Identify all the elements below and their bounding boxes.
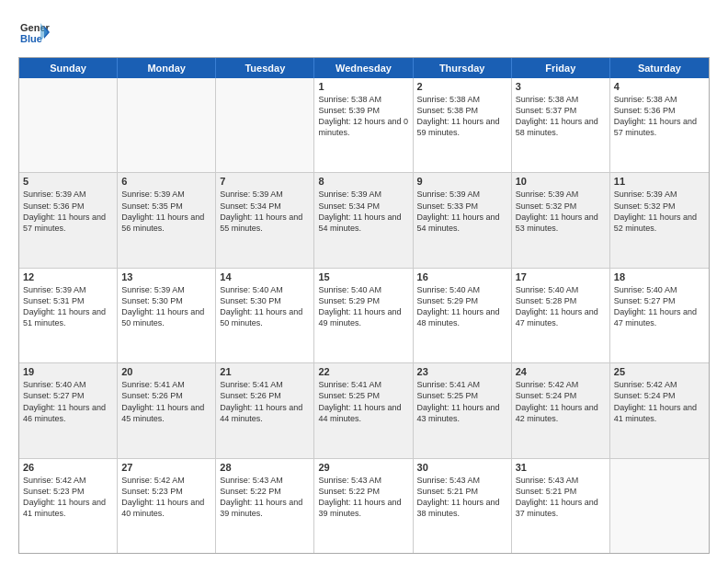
cell-info: Sunrise: 5:40 AM Sunset: 5:27 PM Dayligh…: [614, 284, 705, 329]
sunset-text: Sunset: 5:36 PM: [23, 201, 113, 212]
cell-info: Sunrise: 5:42 AM Sunset: 5:24 PM Dayligh…: [516, 379, 606, 424]
cell-info: Sunrise: 5:41 AM Sunset: 5:26 PM Dayligh…: [220, 379, 310, 424]
day-number: 26: [23, 462, 113, 473]
cal-cell-15: 15 Sunrise: 5:40 AM Sunset: 5:29 PM Dayl…: [314, 269, 413, 362]
sunrise-text: Sunrise: 5:42 AM: [516, 379, 606, 390]
day-number: 4: [614, 81, 705, 92]
daylight-text: Daylight: 11 hours and 37 minutes.: [516, 497, 606, 519]
daylight-text: Daylight: 11 hours and 59 minutes.: [417, 116, 507, 138]
cal-cell-31: 31 Sunrise: 5:43 AM Sunset: 5:21 PM Dayl…: [512, 459, 610, 553]
cal-header-wednesday: Wednesday: [314, 58, 413, 78]
day-number: 27: [121, 462, 211, 473]
sunrise-text: Sunrise: 5:40 AM: [516, 284, 606, 295]
sunset-text: Sunset: 5:31 PM: [23, 295, 113, 306]
day-number: 20: [121, 366, 211, 377]
daylight-text: Daylight: 11 hours and 48 minutes.: [417, 306, 507, 328]
day-number: 31: [516, 462, 606, 473]
cell-info: Sunrise: 5:39 AM Sunset: 5:32 PM Dayligh…: [614, 189, 705, 234]
daylight-text: Daylight: 11 hours and 39 minutes.: [318, 497, 408, 519]
sunset-text: Sunset: 5:29 PM: [318, 295, 408, 306]
sunrise-text: Sunrise: 5:43 AM: [417, 475, 507, 486]
cell-info: Sunrise: 5:43 AM Sunset: 5:21 PM Dayligh…: [417, 475, 507, 520]
cal-cell-empty-0-1: [118, 78, 216, 172]
day-number: 17: [516, 271, 606, 282]
cal-cell-27: 27 Sunrise: 5:42 AM Sunset: 5:23 PM Dayl…: [118, 459, 216, 553]
sunrise-text: Sunrise: 5:41 AM: [318, 379, 408, 390]
daylight-text: Daylight: 11 hours and 52 minutes.: [614, 212, 705, 234]
sunset-text: Sunset: 5:29 PM: [417, 295, 507, 306]
cell-info: Sunrise: 5:38 AM Sunset: 5:39 PM Dayligh…: [318, 94, 408, 139]
cal-cell-17: 17 Sunrise: 5:40 AM Sunset: 5:28 PM Dayl…: [512, 269, 610, 362]
sunrise-text: Sunrise: 5:38 AM: [516, 94, 606, 105]
cell-info: Sunrise: 5:39 AM Sunset: 5:30 PM Dayligh…: [121, 284, 211, 329]
daylight-text: Daylight: 11 hours and 42 minutes.: [516, 402, 606, 424]
day-number: 14: [220, 271, 310, 282]
sunset-text: Sunset: 5:26 PM: [121, 390, 211, 401]
sunrise-text: Sunrise: 5:39 AM: [220, 189, 310, 200]
sunrise-text: Sunrise: 5:39 AM: [318, 189, 408, 200]
page: General Blue SundayMondayTuesdayWednesda…: [0, 0, 728, 563]
sunset-text: Sunset: 5:21 PM: [417, 486, 507, 497]
sunset-text: Sunset: 5:22 PM: [220, 486, 310, 497]
sunrise-text: Sunrise: 5:40 AM: [614, 284, 705, 295]
daylight-text: Daylight: 11 hours and 58 minutes.: [516, 116, 606, 138]
sunset-text: Sunset: 5:34 PM: [220, 201, 310, 212]
daylight-text: Daylight: 11 hours and 41 minutes.: [614, 402, 705, 424]
day-number: 15: [318, 271, 408, 282]
cal-cell-2: 2 Sunrise: 5:38 AM Sunset: 5:38 PM Dayli…: [414, 78, 512, 172]
day-number: 8: [318, 176, 408, 187]
cal-header-monday: Monday: [118, 58, 216, 78]
day-number: 3: [516, 81, 606, 92]
day-number: 11: [614, 176, 705, 187]
sunset-text: Sunset: 5:24 PM: [614, 390, 705, 401]
cal-cell-8: 8 Sunrise: 5:39 AM Sunset: 5:34 PM Dayli…: [314, 173, 413, 267]
day-number: 23: [417, 366, 507, 377]
cell-info: Sunrise: 5:42 AM Sunset: 5:23 PM Dayligh…: [23, 475, 113, 520]
daylight-text: Daylight: 12 hours and 0 minutes.: [318, 116, 408, 138]
sunset-text: Sunset: 5:28 PM: [516, 295, 606, 306]
sunset-text: Sunset: 5:26 PM: [220, 390, 310, 401]
sunset-text: Sunset: 5:33 PM: [417, 201, 507, 212]
cal-cell-1: 1 Sunrise: 5:38 AM Sunset: 5:39 PM Dayli…: [314, 78, 413, 172]
cell-info: Sunrise: 5:42 AM Sunset: 5:23 PM Dayligh…: [121, 475, 211, 520]
sunset-text: Sunset: 5:27 PM: [614, 295, 705, 306]
header: General Blue: [18, 17, 710, 48]
sunrise-text: Sunrise: 5:39 AM: [23, 189, 113, 200]
cal-cell-18: 18 Sunrise: 5:40 AM Sunset: 5:27 PM Dayl…: [610, 269, 709, 362]
day-number: 30: [417, 462, 507, 473]
sunset-text: Sunset: 5:25 PM: [417, 390, 507, 401]
cal-cell-30: 30 Sunrise: 5:43 AM Sunset: 5:21 PM Dayl…: [414, 459, 512, 553]
cal-row-1: 5 Sunrise: 5:39 AM Sunset: 5:36 PM Dayli…: [19, 173, 709, 268]
cell-info: Sunrise: 5:40 AM Sunset: 5:27 PM Dayligh…: [23, 379, 113, 424]
cal-cell-24: 24 Sunrise: 5:42 AM Sunset: 5:24 PM Dayl…: [512, 363, 610, 457]
cal-cell-25: 25 Sunrise: 5:42 AM Sunset: 5:24 PM Dayl…: [610, 363, 709, 457]
sunset-text: Sunset: 5:25 PM: [318, 390, 408, 401]
cal-cell-empty-0-2: [216, 78, 314, 172]
daylight-text: Daylight: 11 hours and 40 minutes.: [121, 497, 211, 519]
cal-cell-29: 29 Sunrise: 5:43 AM Sunset: 5:22 PM Dayl…: [314, 459, 413, 553]
cal-cell-21: 21 Sunrise: 5:41 AM Sunset: 5:26 PM Dayl…: [216, 363, 314, 457]
cal-header-sunday: Sunday: [19, 58, 118, 78]
daylight-text: Daylight: 11 hours and 39 minutes.: [220, 497, 310, 519]
sunset-text: Sunset: 5:32 PM: [614, 201, 705, 212]
day-number: 13: [121, 271, 211, 282]
cal-cell-23: 23 Sunrise: 5:41 AM Sunset: 5:25 PM Dayl…: [414, 363, 512, 457]
day-number: 9: [417, 176, 507, 187]
sunset-text: Sunset: 5:36 PM: [614, 105, 705, 116]
cell-info: Sunrise: 5:39 AM Sunset: 5:35 PM Dayligh…: [121, 189, 211, 234]
sunrise-text: Sunrise: 5:39 AM: [121, 189, 211, 200]
sunrise-text: Sunrise: 5:43 AM: [318, 475, 408, 486]
cell-info: Sunrise: 5:38 AM Sunset: 5:36 PM Dayligh…: [614, 94, 705, 139]
daylight-text: Daylight: 11 hours and 50 minutes.: [121, 306, 211, 328]
sunset-text: Sunset: 5:27 PM: [23, 390, 113, 401]
cal-cell-7: 7 Sunrise: 5:39 AM Sunset: 5:34 PM Dayli…: [216, 173, 314, 267]
cal-cell-16: 16 Sunrise: 5:40 AM Sunset: 5:29 PM Dayl…: [414, 269, 512, 362]
cell-info: Sunrise: 5:43 AM Sunset: 5:21 PM Dayligh…: [516, 475, 606, 520]
day-number: 6: [121, 176, 211, 187]
daylight-text: Daylight: 11 hours and 55 minutes.: [220, 212, 310, 234]
cell-info: Sunrise: 5:39 AM Sunset: 5:34 PM Dayligh…: [318, 189, 408, 234]
sunset-text: Sunset: 5:35 PM: [121, 201, 211, 212]
cal-header-friday: Friday: [512, 58, 610, 78]
cell-info: Sunrise: 5:41 AM Sunset: 5:25 PM Dayligh…: [417, 379, 507, 424]
cell-info: Sunrise: 5:40 AM Sunset: 5:28 PM Dayligh…: [516, 284, 606, 329]
